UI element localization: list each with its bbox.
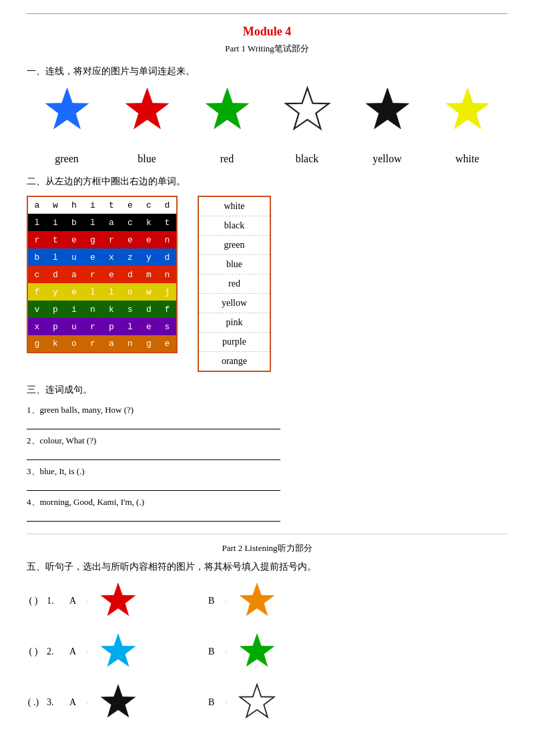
- listen-num-0: 1.: [47, 596, 63, 606]
- stars-row: [27, 85, 507, 136]
- grid-cell-0-1: w: [46, 196, 65, 214]
- grid-cell-7-1: p: [46, 318, 65, 335]
- section2-title: 二、从左边的方框中圈出右边的单词。: [27, 176, 507, 188]
- listen-item-2: ( .) 3. A · B ·: [27, 683, 507, 723]
- grid-cell-7-3: r: [83, 318, 102, 335]
- answer-line-3: [27, 510, 280, 522]
- grid-cell-1-6: k: [140, 214, 158, 231]
- star-label-text-3: black: [296, 153, 319, 165]
- star-item-2: [194, 85, 260, 136]
- star-label-text-5: white: [455, 153, 479, 165]
- module-title: Module 4: [27, 25, 507, 39]
- grid-cell-4-5: d: [121, 266, 140, 283]
- grid-cell-5-7: j: [158, 283, 177, 301]
- svg-marker-0: [45, 88, 88, 129]
- grid-row-3: bluexzyd: [27, 248, 177, 266]
- grid-cell-3-2: u: [65, 248, 83, 266]
- listen-star-b-2: [234, 683, 280, 723]
- star-label-0: green: [33, 141, 100, 165]
- section3-title: 三、连词成句。: [27, 384, 507, 396]
- star-label-text-2: red: [220, 153, 234, 165]
- sentence-text-2: 3、blue, It, is (.): [27, 465, 507, 478]
- grid-cell-3-0: b: [27, 248, 46, 266]
- grid-cell-5-5: o: [121, 283, 140, 301]
- listen-star-a-0: [95, 581, 142, 621]
- sentence-item-3: 4、morning, Good, Kami, I'm, (.): [27, 496, 507, 522]
- star-label-1: blue: [113, 141, 180, 165]
- listen-dot-a-2: ·: [87, 700, 88, 706]
- grid-cell-8-7: e: [158, 335, 177, 353]
- grid-cell-6-4: k: [102, 301, 121, 318]
- grid-cell-7-0: x: [27, 318, 46, 335]
- grid-cell-3-6: y: [140, 248, 158, 266]
- listen-dot-a-1: ·: [87, 649, 88, 655]
- grid-cell-8-6: g: [140, 335, 158, 353]
- grid-cell-4-4: e: [102, 266, 121, 283]
- svg-marker-11: [240, 685, 274, 717]
- grid-cell-8-2: o: [65, 335, 83, 353]
- listen-a-label-1: A: [69, 646, 80, 657]
- part1-title: Part 1 Writing笔试部分: [27, 43, 507, 55]
- grid-cell-0-4: t: [102, 196, 121, 214]
- grid-row-1: liblackt: [27, 214, 177, 231]
- grid-cell-4-3: r: [83, 266, 102, 283]
- grid-cell-4-1: d: [46, 266, 65, 283]
- star-label-text-1: blue: [138, 153, 156, 165]
- star-label-2: red: [194, 141, 260, 165]
- grid-cell-4-6: m: [140, 266, 158, 283]
- word-item-8: orange: [199, 352, 270, 371]
- sentence-item-0: 1、green balls, many, How (?): [27, 404, 507, 429]
- grid-cell-0-7: d: [158, 196, 177, 214]
- listen-dot-b-2: ·: [226, 700, 227, 706]
- grid-cell-1-2: b: [65, 214, 83, 231]
- word-item-5: yellow: [199, 294, 270, 313]
- svg-marker-8: [101, 634, 135, 667]
- grid-cell-7-4: p: [102, 318, 121, 335]
- word-item-3: blue: [199, 255, 270, 274]
- grid-cell-2-4: r: [102, 231, 121, 248]
- word-item-7: purple: [199, 333, 270, 352]
- listen-star-a-2: [95, 683, 142, 723]
- grid-cell-6-0: v: [27, 301, 46, 318]
- star-item-1: [113, 85, 180, 136]
- word-item-4: red: [199, 274, 270, 294]
- listen-star-b-1: [234, 632, 280, 672]
- svg-marker-3: [286, 88, 328, 129]
- sentences-container: 1、green balls, many, How (?) 2、colour, W…: [27, 404, 507, 522]
- listen-star-a-1: [95, 632, 142, 672]
- grid-cell-6-3: n: [83, 301, 102, 318]
- star-label-3: black: [274, 141, 340, 165]
- word-item-1: black: [199, 216, 270, 236]
- grid-cell-5-1: y: [46, 283, 65, 301]
- grid-cell-3-7: d: [158, 248, 177, 266]
- grid-row-5: fyellowj: [27, 283, 177, 301]
- grid-cell-2-5: e: [121, 231, 140, 248]
- grid-cell-3-5: z: [121, 248, 140, 266]
- svg-marker-5: [446, 88, 489, 129]
- listen-star-b-0: [234, 581, 280, 621]
- listen-item-0: ( ) 1. A · B ·: [27, 581, 507, 621]
- section5-title: 五、听句子，选出与所听内容相符的图片，将其标号填入提前括号内。: [27, 561, 507, 573]
- listen-b-label-0: B: [208, 596, 219, 606]
- grid-cell-5-0: f: [27, 283, 46, 301]
- grid-cell-5-2: e: [65, 283, 83, 301]
- top-divider: [27, 13, 507, 14]
- grid-cell-6-1: p: [46, 301, 65, 318]
- grid-cell-0-2: h: [65, 196, 83, 214]
- svg-marker-1: [125, 88, 168, 129]
- grid-cell-1-4: a: [102, 214, 121, 231]
- listen-items: ( ) 1. A · B · ( ) 2. A · B · ( .) 3. A …: [27, 581, 507, 723]
- grid-cell-0-3: i: [83, 196, 102, 214]
- grid-cell-2-2: e: [65, 231, 83, 248]
- grid-cell-7-2: u: [65, 318, 83, 335]
- listen-item-1: ( ) 2. A · B ·: [27, 632, 507, 672]
- word-item-0: white: [199, 197, 270, 216]
- grid-row-6: vpinksdf: [27, 301, 177, 318]
- grid-cell-4-0: c: [27, 266, 46, 283]
- grid-cell-1-3: l: [83, 214, 102, 231]
- star-label-5: white: [434, 141, 501, 165]
- grid-cell-0-6: c: [140, 196, 158, 214]
- grid-cell-3-4: x: [102, 248, 121, 266]
- grid-cell-6-6: d: [140, 301, 158, 318]
- answer-line-0: [27, 417, 280, 429]
